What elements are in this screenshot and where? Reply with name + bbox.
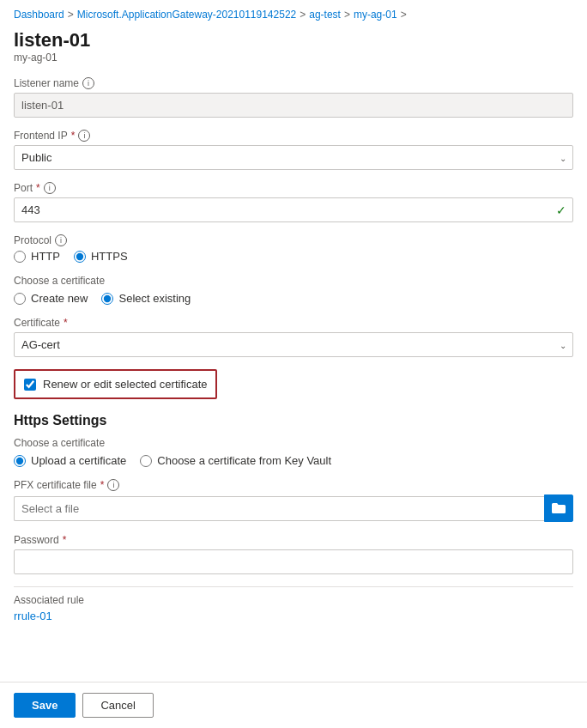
renew-cert-group: Renew or edit selected certificate bbox=[14, 369, 573, 399]
password-group: Password * bbox=[14, 534, 573, 574]
pfx-file-info-icon: i bbox=[107, 479, 119, 491]
breadcrumb-sep-3: > bbox=[344, 9, 350, 21]
cert-create-new-option[interactable]: Create new bbox=[14, 292, 88, 305]
cancel-button[interactable]: Cancel bbox=[82, 693, 153, 718]
pfx-file-label: PFX certificate file * i bbox=[14, 479, 573, 491]
breadcrumb-dashboard[interactable]: Dashboard bbox=[14, 9, 64, 21]
https-settings-heading: Https Settings bbox=[14, 413, 573, 428]
associated-rule-divider bbox=[14, 586, 573, 587]
breadcrumb-gateway[interactable]: Microsoft.ApplicationGateway-20210119142… bbox=[77, 9, 297, 21]
https-upload-cert-radio[interactable] bbox=[14, 455, 26, 467]
choose-cert-radio-group: Create new Select existing bbox=[14, 292, 573, 305]
save-button[interactable]: Save bbox=[14, 693, 76, 718]
page-subtitle: my-ag-01 bbox=[14, 52, 573, 64]
cert-select-existing-label: Select existing bbox=[118, 292, 191, 305]
page-header: listen-01 my-ag-01 bbox=[0, 26, 587, 70]
cert-create-new-label: Create new bbox=[31, 292, 88, 305]
associated-rule-group: Associated rule rrule-01 bbox=[14, 586, 573, 622]
port-info-icon: i bbox=[44, 182, 56, 194]
renew-cert-checkbox-row: Renew or edit selected certificate bbox=[14, 369, 217, 399]
footer-buttons: Save Cancel bbox=[0, 682, 587, 728]
form-body: Listener name i Frontend IP * i Public P… bbox=[0, 70, 587, 652]
breadcrumb: Dashboard > Microsoft.ApplicationGateway… bbox=[0, 0, 587, 26]
pfx-file-group: PFX certificate file * i bbox=[14, 479, 573, 522]
protocol-label: Protocol i bbox=[14, 234, 573, 246]
protocol-https-option[interactable]: HTTPS bbox=[74, 250, 128, 263]
https-upload-cert-option[interactable]: Upload a certificate bbox=[14, 454, 126, 467]
certificate-select[interactable]: AG-cert bbox=[14, 332, 573, 357]
cert-select-existing-radio[interactable] bbox=[101, 293, 113, 305]
https-keyvault-cert-option[interactable]: Choose a certificate from Key Vault bbox=[140, 454, 331, 467]
certificate-label: Certificate * bbox=[14, 317, 573, 329]
password-input[interactable] bbox=[14, 549, 573, 574]
port-input-wrapper: ✓ bbox=[14, 197, 573, 222]
choose-cert-label: Choose a certificate bbox=[14, 275, 573, 287]
port-check-icon: ✓ bbox=[556, 203, 566, 217]
protocol-https-label: HTTPS bbox=[91, 250, 128, 263]
protocol-group: Protocol i HTTP HTTPS bbox=[14, 234, 573, 263]
protocol-http-label: HTTP bbox=[31, 250, 60, 263]
associated-rule-link[interactable]: rrule-01 bbox=[14, 610, 52, 622]
certificate-group: Certificate * AG-cert ⌄ bbox=[14, 317, 573, 357]
cert-select-existing-option[interactable]: Select existing bbox=[101, 292, 191, 305]
https-choose-cert-group: Choose a certificate Upload a certificat… bbox=[14, 437, 573, 467]
breadcrumb-my-ag-01[interactable]: my-ag-01 bbox=[354, 9, 397, 21]
listener-name-label: Listener name i bbox=[14, 77, 573, 89]
listener-name-input bbox=[14, 93, 573, 118]
breadcrumb-sep-2: > bbox=[300, 9, 306, 21]
pfx-file-input-wrapper bbox=[14, 494, 573, 522]
protocol-radio-group: HTTP HTTPS bbox=[14, 250, 573, 263]
frontend-ip-select-wrapper: Public Private ⌄ bbox=[14, 145, 573, 170]
protocol-https-radio[interactable] bbox=[74, 251, 86, 263]
frontend-ip-info-icon: i bbox=[78, 130, 90, 142]
port-input[interactable] bbox=[14, 197, 573, 222]
pfx-file-input[interactable] bbox=[14, 496, 544, 521]
port-label: Port * i bbox=[14, 182, 573, 194]
pfx-file-browse-button[interactable] bbox=[544, 494, 573, 522]
breadcrumb-ag-test[interactable]: ag-test bbox=[309, 9, 341, 21]
frontend-ip-select[interactable]: Public Private bbox=[14, 145, 573, 170]
https-upload-cert-label: Upload a certificate bbox=[31, 454, 126, 467]
https-choose-cert-label: Choose a certificate bbox=[14, 437, 573, 449]
https-keyvault-cert-label: Choose a certificate from Key Vault bbox=[157, 454, 331, 467]
folder-icon bbox=[552, 501, 566, 515]
breadcrumb-sep-1: > bbox=[68, 9, 74, 21]
choose-cert-group: Choose a certificate Create new Select e… bbox=[14, 275, 573, 305]
listener-name-info-icon: i bbox=[82, 77, 94, 89]
frontend-ip-label: Frontend IP * i bbox=[14, 130, 573, 142]
associated-rule-label: Associated rule bbox=[14, 594, 573, 606]
listener-name-group: Listener name i bbox=[14, 77, 573, 118]
port-group: Port * i ✓ bbox=[14, 182, 573, 222]
renew-cert-checkbox[interactable] bbox=[24, 379, 36, 391]
cert-create-new-radio[interactable] bbox=[14, 293, 26, 305]
https-cert-radio-group: Upload a certificate Choose a certificat… bbox=[14, 454, 573, 467]
breadcrumb-sep-4: > bbox=[401, 9, 407, 21]
protocol-http-option[interactable]: HTTP bbox=[14, 250, 60, 263]
protocol-info-icon: i bbox=[55, 234, 67, 246]
protocol-http-radio[interactable] bbox=[14, 251, 26, 263]
password-label: Password * bbox=[14, 534, 573, 546]
renew-cert-label: Renew or edit selected certificate bbox=[43, 378, 207, 391]
page-title: listen-01 bbox=[14, 29, 573, 52]
certificate-select-wrapper: AG-cert ⌄ bbox=[14, 332, 573, 357]
https-keyvault-cert-radio[interactable] bbox=[140, 455, 152, 467]
frontend-ip-group: Frontend IP * i Public Private ⌄ bbox=[14, 130, 573, 170]
